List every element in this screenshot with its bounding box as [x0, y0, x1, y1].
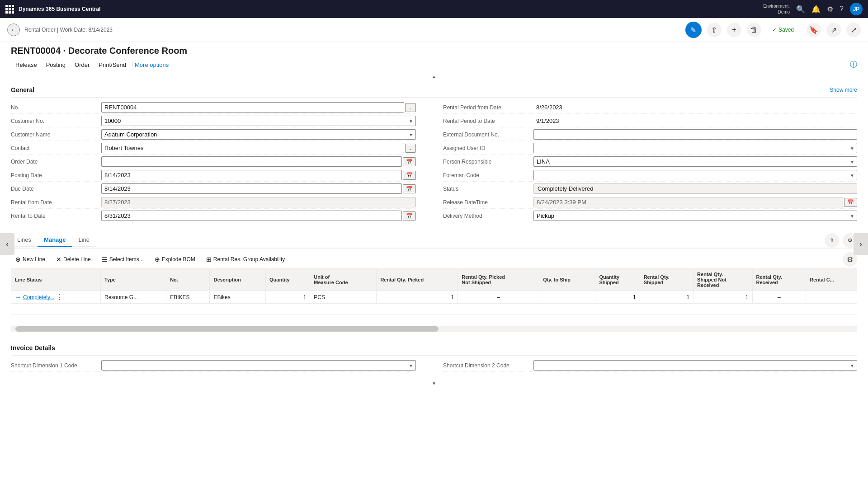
input-contact[interactable] [101, 143, 404, 153]
delete-line-button[interactable]: ✕ Delete Line [52, 254, 95, 265]
select-customer-no[interactable]: 10000 [101, 116, 416, 126]
new-line-button[interactable]: ⊕ New Line [11, 254, 50, 265]
show-more-link[interactable]: Show more [830, 87, 857, 93]
no-lookup-button[interactable]: ... [405, 103, 416, 112]
user-avatar[interactable]: JP [850, 3, 863, 15]
select-customer-name[interactable]: Adatum Corporation [101, 129, 416, 140]
rental-res-group-button[interactable]: ⊞ Rental Res. Group Availability [202, 254, 290, 265]
cell-rental-qty-picked: 1 [377, 291, 458, 304]
next-record-button[interactable]: › [854, 233, 868, 255]
value-shortcut-dim1: ▼ [101, 360, 416, 371]
input-due-date[interactable] [101, 183, 402, 194]
contact-lookup-button[interactable]: ... [405, 144, 416, 153]
prev-record-button[interactable]: ‹ [0, 233, 14, 255]
input-ext-doc-no[interactable] [533, 129, 857, 140]
col-header-quantity: Quantity [266, 269, 310, 291]
value-shortcut-dim2: ▼ [533, 360, 857, 371]
col-header-rental-qty-picked-not-shipped: Rental Qty. PickedNot Shipped [458, 269, 539, 291]
due-date-calendar-button[interactable]: 📅 [403, 184, 416, 193]
app-name: Dynamics 365 Business Central [19, 6, 100, 12]
lines-toolbar: ⊕ New Line ✕ Delete Line ☰ Select Items.… [11, 249, 857, 268]
edit-button[interactable]: ✎ [685, 22, 702, 38]
text-rental-period-from: 8/26/2023 [533, 103, 565, 112]
value-delivery-method: Pickup ▼ [533, 211, 857, 221]
tab-manage[interactable]: Manage [38, 234, 72, 247]
tab-line[interactable]: Line [72, 234, 96, 247]
label-status: Status [443, 186, 533, 192]
label-assigned-user: Assigned User ID [443, 145, 533, 151]
value-person-responsible: LINA ▼ [533, 156, 857, 167]
top-nav-bar: Dynamics 365 Business Central Environmen… [0, 0, 868, 18]
col-header-rental-qty-shipped: Rental Qty.Shipped [640, 269, 693, 291]
input-order-date[interactable] [101, 156, 402, 167]
bookmark-button[interactable]: 🔖 [807, 23, 821, 37]
value-rental-from-date [101, 197, 416, 207]
select-items-button[interactable]: ☰ Select Items... [97, 254, 148, 265]
notification-icon[interactable]: 🔔 [811, 5, 821, 14]
text-rental-period-to: 9/1/2023 [533, 116, 562, 126]
input-no[interactable] [101, 102, 404, 113]
input-posting-date[interactable] [101, 170, 402, 180]
form-row-due-date: Due Date 📅 [11, 183, 416, 195]
explode-bom-button[interactable]: ⊕ Explode BOM [150, 254, 200, 265]
tab-lines[interactable]: Lines [11, 234, 38, 247]
posting-button[interactable]: Posting [42, 60, 70, 70]
value-ext-doc-no [533, 129, 857, 140]
scroll-up-indicator: ▲ [11, 72, 857, 81]
invoice-details-title: Invoice Details [11, 341, 857, 356]
value-order-date: 📅 [101, 156, 416, 167]
select-person-responsible[interactable]: LINA [533, 156, 857, 167]
release-button[interactable]: Release [11, 60, 42, 70]
rental-to-date-calendar-button[interactable]: 📅 [403, 211, 416, 221]
cell-rental-qty-picked-not-shipped: – [458, 291, 539, 304]
select-items-label: Select Items... [109, 256, 144, 263]
add-button[interactable]: + [727, 23, 741, 37]
label-customer-no: Customer No. [11, 118, 101, 124]
settings-icon[interactable]: ⚙ [827, 5, 833, 14]
print-send-button[interactable]: Print/Send [94, 60, 131, 70]
scroll-down-indicator: ▼ [11, 379, 857, 388]
select-foreman-code[interactable] [533, 170, 857, 180]
waffle-icon[interactable] [5, 5, 14, 14]
line-status-link[interactable]: Completely... [23, 294, 54, 300]
page-title: RENT00004 · Decorate Conference Room [11, 46, 857, 56]
page-title-area: RENT00004 · Decorate Conference Room [0, 42, 868, 58]
search-icon[interactable]: 🔍 [796, 5, 805, 14]
value-release-datetime: 📅 [533, 197, 857, 207]
release-datetime-calendar-button[interactable]: 📅 [844, 198, 857, 207]
share-button[interactable]: ⇧ [707, 23, 722, 37]
form-row-ext-doc-no: External Document No. [443, 128, 857, 141]
input-release-datetime[interactable] [533, 197, 843, 207]
back-button[interactable]: ← [7, 23, 20, 36]
lines-share-button[interactable]: ⇧ [825, 233, 839, 248]
form-row-contact: Contact ... [11, 142, 416, 155]
help-icon[interactable]: ? [840, 5, 844, 13]
label-order-date: Order Date [11, 159, 101, 165]
form-row-customer-no: Customer No. 10000 ▼ [11, 115, 416, 127]
send-button[interactable]: ⇗ [826, 23, 841, 37]
breadcrumb-bar: ← Rental Order | Work Date: 8/14/2023 ✎ … [0, 18, 868, 42]
select-shortcut-dim2[interactable] [533, 360, 857, 371]
input-rental-to-date[interactable] [101, 211, 402, 221]
row-more-button[interactable]: ⋮ [56, 293, 63, 301]
rental-res-icon: ⊞ [206, 256, 212, 263]
form-row-rental-to-date: Rental to Date 📅 [11, 210, 416, 222]
more-options-link[interactable]: More options [135, 61, 169, 68]
order-date-calendar-button[interactable]: 📅 [403, 157, 416, 166]
form-row-order-date: Order Date 📅 [11, 155, 416, 168]
select-delivery-method[interactable]: Pickup [533, 211, 857, 221]
select-shortcut-dim1[interactable] [101, 360, 416, 371]
general-left-col: No. ... Customer No. 10000 ▼ [11, 101, 434, 222]
rental-res-label: Rental Res. Group Availability [213, 256, 285, 263]
table-scrollbar[interactable] [11, 326, 857, 332]
info-icon[interactable]: ⓘ [850, 60, 857, 70]
order-button[interactable]: Order [70, 60, 94, 70]
label-foreman-code: Foreman Code [443, 172, 533, 178]
delete-button[interactable]: 🗑 [747, 23, 761, 37]
cell-line-status: → Completely... ⋮ [11, 291, 101, 304]
expand-button[interactable]: ⤢ [846, 23, 861, 37]
form-row-rental-from-date: Rental from Date [11, 196, 416, 209]
explode-bom-label: Explode BOM [162, 256, 195, 263]
select-assigned-user[interactable] [533, 143, 857, 153]
posting-date-calendar-button[interactable]: 📅 [403, 171, 416, 180]
